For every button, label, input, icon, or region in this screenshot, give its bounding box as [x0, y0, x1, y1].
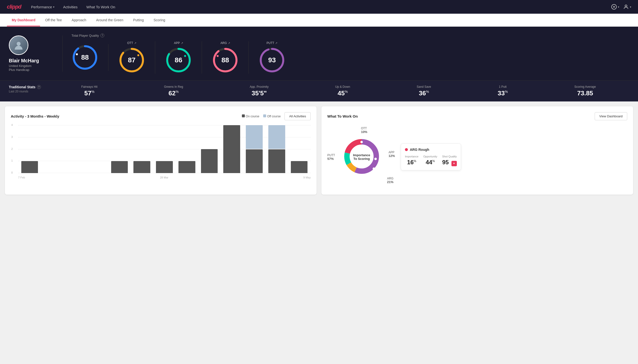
stat-up-and-down: Up & Down 45% [335, 85, 350, 97]
top-nav: clippd Performance ▾ Activities What To … [0, 0, 638, 14]
view-dashboard-button[interactable]: View Dashboard [595, 112, 627, 120]
bar-group [199, 125, 220, 173]
bar-group [176, 125, 197, 173]
all-activities-button[interactable]: All Activities [285, 112, 311, 120]
user-menu[interactable]: ▾ [623, 4, 631, 10]
bars-container [18, 125, 311, 173]
tab-approach[interactable]: Approach [67, 14, 91, 26]
svg-point-4 [17, 42, 21, 46]
gauge-arg: ARG ↗ 88 [202, 41, 249, 74]
chevron-down-icon: ▾ [630, 6, 631, 8]
stat-1-putt: 1 Putt 33% [498, 85, 508, 97]
detail-metrics: Importance 16% Opportunity 44% Shot Qual… [405, 155, 457, 166]
on-course-bar [133, 161, 150, 173]
bar-chart: 4 3 2 1 0 7 Feb 28 Mar 9 May [11, 125, 311, 179]
svg-point-24 [374, 158, 377, 160]
tab-scoring[interactable]: Scoring [149, 14, 170, 26]
trend-icon: ↗ [228, 42, 230, 45]
bar-group [86, 125, 107, 173]
on-course-bar [268, 149, 285, 173]
activity-card: Activity - 3 Months - Weekly On course O… [5, 106, 317, 194]
bottom-section: Activity - 3 Months - Weekly On course O… [0, 102, 638, 200]
tab-putting[interactable]: Putting [128, 14, 149, 26]
svg-point-10 [137, 54, 139, 56]
off-course-bar [268, 125, 285, 149]
stat-fairways-hit: Fairways Hit 57% [81, 85, 97, 97]
gauge-ott-label: OTT [127, 41, 133, 45]
tab-my-dashboard[interactable]: My Dashboard [7, 14, 40, 26]
gauge-ott: OTT ↗ 87 [108, 41, 155, 74]
x-label-3: 9 May [303, 176, 311, 179]
svg-point-16 [217, 55, 219, 57]
avatar [9, 36, 28, 55]
bar-group [109, 125, 130, 173]
detail-opportunity: Opportunity 44% [423, 155, 437, 166]
x-label-2: 28 Mar [160, 176, 168, 179]
gauge-overall: 88 [72, 44, 108, 71]
donut-center-label: Importance To Scoring [353, 153, 370, 160]
chevron-down-icon: ▾ [618, 6, 619, 8]
gauge-putt: PUTT ↗ 93 [249, 41, 295, 74]
player-handicap: Plus Handicap [9, 68, 29, 72]
gauge-ott-value: 87 [128, 56, 135, 64]
stats-bar: Traditional Stats ? Last 20 rounds Fairw… [0, 80, 638, 102]
bar-group [221, 125, 242, 173]
bar-group [64, 125, 85, 173]
help-icon[interactable]: ? [37, 85, 41, 89]
trend-icon: ↗ [181, 42, 183, 45]
down-badge: ▼ [452, 161, 457, 166]
chart-legend: On course Off course [242, 114, 281, 118]
svg-point-3 [625, 5, 627, 7]
gauges: 88 OTT ↗ 87 [72, 41, 629, 74]
work-on-title: What To Work On [327, 114, 358, 118]
nav-links: Performance ▾ Activities What To Work On [31, 5, 115, 9]
on-course-bar [246, 149, 263, 173]
off-course-bar [246, 125, 263, 149]
x-axis: 7 Feb 28 Mar 9 May [18, 176, 311, 179]
player-info: Blair McHarg United Kingdom Plus Handica… [9, 36, 63, 72]
bar-group [131, 125, 152, 173]
work-on-body: PUTT 57% OTT 10% APP 12% ARG 21% [327, 125, 627, 189]
bar-group [244, 125, 265, 173]
gauge-arg-label: ARG [220, 41, 227, 45]
nav-what-to-work-on[interactable]: What To Work On [86, 5, 115, 9]
tab-off-the-tee[interactable]: Off the Tee [40, 14, 67, 26]
help-icon[interactable]: ? [100, 34, 104, 38]
nav-activities[interactable]: Activities [63, 5, 78, 9]
hero-section: Blair McHarg United Kingdom Plus Handica… [0, 27, 638, 80]
detail-shot-quality: Shot Quality 95 ▼ [442, 155, 457, 166]
activity-chart-title: Activity - 3 Months - Weekly [11, 114, 59, 118]
bar-group [42, 125, 63, 173]
detail-title-text: ARG Rough [410, 148, 429, 152]
work-on-card-header: What To Work On View Dashboard [327, 112, 627, 120]
svg-point-7 [76, 53, 78, 55]
nav-performance[interactable]: Performance ▾ [31, 5, 54, 9]
on-course-bar [223, 125, 240, 173]
stat-scoring-average: Scoring Average 73.85 [574, 85, 596, 97]
gauge-app: APP ↗ 86 [155, 41, 202, 74]
player-name: Blair McHarg [9, 58, 39, 64]
off-course-legend-dot [263, 114, 266, 117]
donut-label-putt: PUTT 57% [327, 154, 335, 160]
x-label-1: 7 Feb [18, 176, 25, 179]
bar-group [19, 125, 40, 173]
on-course-bar [156, 161, 173, 173]
gauge-app-label: APP [174, 41, 180, 45]
gauge-putt-label: PUTT [267, 41, 274, 45]
trend-icon: ↗ [134, 42, 136, 45]
gauge-putt-value: 93 [268, 56, 276, 64]
work-on-card: What To Work On View Dashboard PUTT 57% … [321, 106, 633, 194]
svg-point-13 [184, 55, 186, 57]
add-button[interactable]: ▾ [611, 4, 619, 10]
tab-around-the-green[interactable]: Around the Green [91, 14, 128, 26]
avatar-image [10, 36, 28, 54]
gauge-app-value: 86 [174, 56, 182, 64]
detail-importance: Importance 16% [405, 155, 418, 166]
chevron-down-icon: ▾ [53, 6, 54, 8]
nav-right: ▾ ▾ [611, 4, 631, 10]
on-course-bar [291, 161, 308, 173]
donut-area: PUTT 57% OTT 10% APP 12% ARG 21% [327, 125, 396, 189]
quality-label-text: Total Player Quality [72, 34, 99, 38]
donut-label-arg: ARG 21% [387, 177, 393, 184]
stats-label-section: Traditional Stats ? Last 20 rounds [9, 85, 48, 93]
